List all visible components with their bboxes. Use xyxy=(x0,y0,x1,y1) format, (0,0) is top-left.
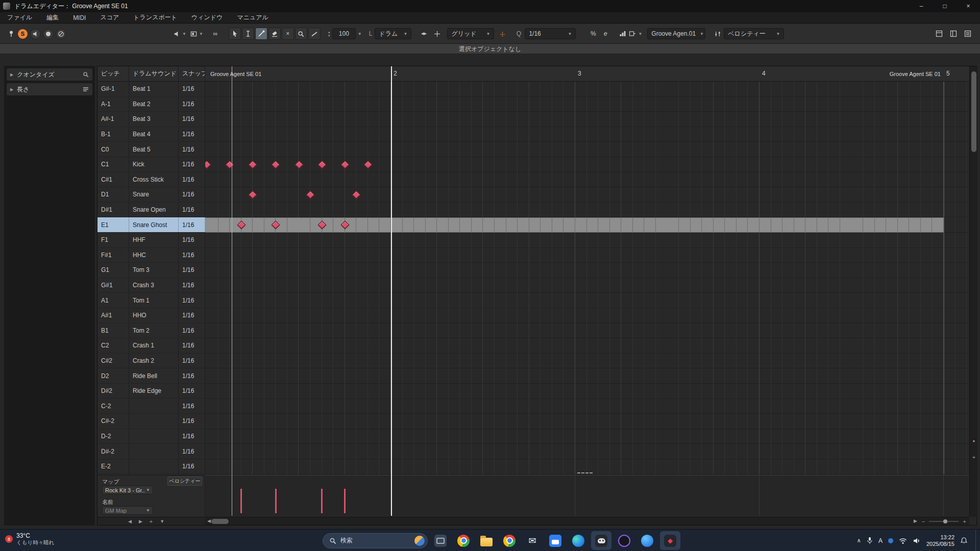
chevron-up-icon[interactable]: ∧ xyxy=(857,537,861,544)
velocity-caret-icon[interactable]: ▼ xyxy=(358,32,362,36)
taskbar-app-file-explorer[interactable] xyxy=(476,531,497,550)
drum-row-A-1[interactable]: A-1Beat 21/16 xyxy=(97,97,205,112)
drum-row-C2[interactable]: C2Crash 11/16 xyxy=(97,338,205,354)
note-grid[interactable] xyxy=(205,82,969,474)
crosshair-icon[interactable] xyxy=(431,28,443,40)
drum-note-C1[interactable] xyxy=(249,160,257,169)
menu-item-1[interactable]: 編集 xyxy=(46,13,59,22)
controller-lane-dropdown[interactable]: ベロシティー▼ xyxy=(724,28,784,39)
snap-icon[interactable]: -|- xyxy=(496,28,508,40)
acoustic-feedback-button[interactable] xyxy=(30,29,41,39)
lane-options-icon[interactable]: ▼ xyxy=(160,519,164,524)
inspector-section-1[interactable]: ▶長さ xyxy=(7,83,92,95)
drum-row-D1[interactable]: D1Snare1/16 xyxy=(97,187,205,203)
drum-row-C#2[interactable]: C#2Crash 21/16 xyxy=(97,354,205,369)
search-box[interactable]: 検索 xyxy=(323,533,428,548)
volume-icon[interactable] xyxy=(913,537,921,544)
ime-indicator[interactable]: A xyxy=(878,537,883,544)
swing-icon[interactable]: % xyxy=(587,28,599,40)
drum-note-D1[interactable] xyxy=(352,191,361,199)
drum-row-D2[interactable]: D2Ride Bell1/16 xyxy=(97,368,205,384)
drum-row-C#1[interactable]: C#1Cross Stick1/16 xyxy=(97,172,205,188)
taskbar-app-chrome-2[interactable] xyxy=(499,531,520,550)
mic-icon[interactable] xyxy=(867,537,873,544)
drum-row-D#2[interactable]: D#2Ride Edge1/16 xyxy=(97,384,205,399)
show-desktop-button[interactable] xyxy=(975,530,977,551)
drum-row-D-2[interactable]: D-21/16 xyxy=(97,429,205,444)
horizontal-scrollbar[interactable]: ◀ ▶ − + xyxy=(205,517,969,525)
drum-row-D#1[interactable]: D#1Snare Open1/16 xyxy=(97,203,205,218)
range-tool[interactable] xyxy=(242,28,254,40)
setup-toolbar-icon[interactable] xyxy=(962,28,974,40)
taskbar-app-chrome[interactable] xyxy=(453,531,474,550)
add-lane-icon[interactable]: + xyxy=(150,518,153,524)
weather-widget[interactable]: 8 33°C くもり時々晴れ xyxy=(5,532,54,546)
auto-select-icon[interactable]: ▼ xyxy=(190,28,203,40)
drum-note-C1[interactable] xyxy=(226,160,234,169)
velocity-bar[interactable] xyxy=(275,489,277,513)
drum-row-D#-2[interactable]: D#-21/16 xyxy=(97,444,205,459)
drum-row-F#1[interactable]: F#1HHC1/16 xyxy=(97,248,205,263)
vertical-scrollbar[interactable]: ● + xyxy=(969,66,977,517)
zoom-out-icon[interactable]: − xyxy=(922,518,925,524)
loop-icon[interactable]: ∞ xyxy=(209,28,222,40)
mute-tool[interactable]: × xyxy=(282,28,294,40)
autoscroll-button[interactable] xyxy=(56,29,66,39)
event-icon[interactable]: e xyxy=(599,28,611,40)
insert-velocity-field[interactable]: 100 xyxy=(332,28,356,39)
menu-item-6[interactable]: マニュアル xyxy=(237,13,268,22)
drum-note-C1[interactable] xyxy=(363,160,372,169)
record-button[interactable] xyxy=(43,29,54,39)
velocity-spinner[interactable]: ▲▼ xyxy=(328,31,331,37)
zoom-in-icon[interactable]: + xyxy=(963,518,966,524)
taskbar-app-mail[interactable]: ✉ xyxy=(522,531,543,550)
taskbar-app-cubase[interactable]: ◆ xyxy=(660,531,680,550)
drum-note-D1[interactable] xyxy=(306,191,315,199)
window-zones-icon[interactable] xyxy=(947,28,960,40)
drum-note-C1[interactable] xyxy=(340,160,349,169)
taskbar-app-edge[interactable] xyxy=(568,531,589,550)
drum-row-A#1[interactable]: A#1HHO1/16 xyxy=(97,308,205,323)
velocity-bar[interactable] xyxy=(240,489,242,513)
drum-note-C1[interactable] xyxy=(272,160,280,169)
velocity-lane[interactable] xyxy=(205,475,969,516)
zoom-slider-knob[interactable] xyxy=(943,519,947,523)
object-selection-tool[interactable] xyxy=(229,28,241,40)
drum-row-G#-1[interactable]: G#-1Beat 11/16 xyxy=(97,82,205,97)
maximize-button[interactable]: □ xyxy=(933,0,957,12)
project-cursor[interactable] xyxy=(232,66,232,516)
velocity-bar[interactable] xyxy=(344,489,346,513)
mirror-icon[interactable]: ◀▶ xyxy=(418,28,430,40)
drum-row-C#-2[interactable]: C#-21/16 xyxy=(97,414,205,429)
taskbar-app-blue-app[interactable] xyxy=(637,531,657,550)
menu-item-0[interactable]: ファイル xyxy=(7,13,32,22)
drum-row-C1[interactable]: C1Kick1/16 xyxy=(97,157,205,172)
line-tool[interactable] xyxy=(308,28,321,40)
status-dot-icon[interactable] xyxy=(888,538,893,543)
vertical-zoom-knob[interactable]: ● xyxy=(970,439,978,443)
drum-row-C0[interactable]: C0Beat 51/16 xyxy=(97,142,205,157)
drum-row-B-1[interactable]: B-1Beat 41/16 xyxy=(97,127,205,142)
wifi-icon[interactable] xyxy=(899,537,907,544)
inspector-section-0[interactable]: ▶クオンタイズ xyxy=(7,68,92,81)
drum-row-G1[interactable]: G1Tom 31/16 xyxy=(97,263,205,278)
locator-line[interactable] xyxy=(391,66,392,516)
drum-row-E-2[interactable]: E-21/16 xyxy=(97,459,205,474)
ruler[interactable]: Groove Agent SE 01 Groove Agent SE 01 23… xyxy=(205,66,969,82)
drum-note-D1[interactable] xyxy=(249,191,257,199)
drum-note-C1[interactable] xyxy=(295,160,303,169)
scroll-left-icon[interactable]: ◀ xyxy=(128,519,132,524)
drum-row-A#-1[interactable]: A#-1Beat 31/16 xyxy=(97,112,205,127)
menu-item-4[interactable]: トランスポート xyxy=(133,13,177,22)
lane-resize-handle[interactable] xyxy=(577,472,593,473)
drum-row-B1[interactable]: B1Tom 21/16 xyxy=(97,323,205,339)
start-button[interactable] xyxy=(300,531,320,550)
close-button[interactable]: × xyxy=(957,0,980,12)
length-dropdown[interactable]: ドラム▼ xyxy=(375,28,411,39)
taskbar-app-task-view[interactable] xyxy=(430,531,451,550)
zoom-tool[interactable] xyxy=(295,28,307,40)
velocity-bar[interactable] xyxy=(321,489,323,513)
vertical-zoom-in-icon[interactable]: + xyxy=(970,454,978,460)
zoom-slider[interactable] xyxy=(929,521,959,522)
pin-icon[interactable] xyxy=(5,28,17,40)
